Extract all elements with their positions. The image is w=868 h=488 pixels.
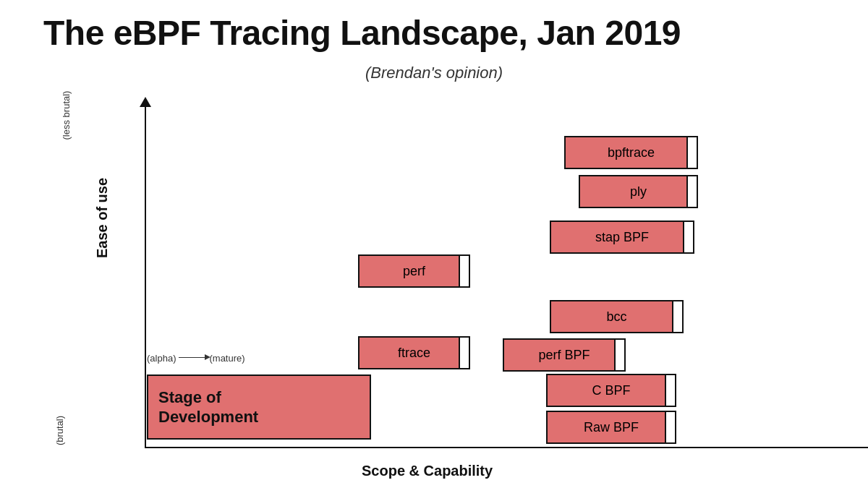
- tool-perf-label: perf: [403, 264, 425, 279]
- tool-bpftrace: bpftrace: [564, 136, 698, 169]
- page: The eBPF Tracing Landscape, Jan 2019 (Br…: [0, 0, 868, 488]
- tool-c-bpf-label: C BPF: [592, 383, 630, 398]
- alpha-mature-label: (alpha) (mature): [147, 353, 245, 364]
- y-axis-label: Ease of use: [94, 178, 111, 258]
- tool-perf: perf: [358, 254, 470, 288]
- tool-raw-bpf: Raw BPF: [546, 411, 676, 444]
- subtitle: (Brendan's opinion): [0, 64, 868, 82]
- tool-c-bpf: C BPF: [546, 374, 676, 407]
- tool-raw-bpf-label: Raw BPF: [584, 420, 639, 435]
- tool-ftrace-label: ftrace: [398, 346, 430, 361]
- page-title: The eBPF Tracing Landscape, Jan 2019: [43, 13, 681, 53]
- tool-perf-bpf-label: perf BPF: [538, 348, 590, 363]
- y-axis: [145, 101, 146, 448]
- tool-ply-label: ply: [630, 184, 647, 200]
- mature-label: (mature): [209, 353, 244, 364]
- tool-stap-bpf-label: stap BPF: [595, 230, 649, 245]
- chart-area: (less brutal) Ease of use (brutal) Scope…: [72, 94, 839, 463]
- y-label-less-brutal: (less brutal): [61, 91, 72, 140]
- stage-of-development-box: Stage ofDevelopment: [147, 374, 371, 440]
- tool-ply: ply: [579, 175, 698, 208]
- tool-stap-bpf: stap BPF: [550, 221, 694, 254]
- tool-bcc-label: bcc: [606, 309, 626, 325]
- tool-bpftrace-label: bpftrace: [608, 145, 655, 160]
- x-axis: [145, 447, 868, 448]
- tool-perf-bpf: perf BPF: [503, 338, 626, 372]
- alpha-label: (alpha): [147, 353, 176, 364]
- tool-bcc: bcc: [550, 300, 684, 333]
- tool-ftrace: ftrace: [358, 336, 470, 369]
- stage-of-development-text: Stage ofDevelopment: [158, 388, 258, 427]
- x-axis-label: Scope & Capability: [362, 463, 493, 479]
- y-label-brutal: (brutal): [54, 416, 65, 445]
- y-axis-arrow: [140, 97, 151, 107]
